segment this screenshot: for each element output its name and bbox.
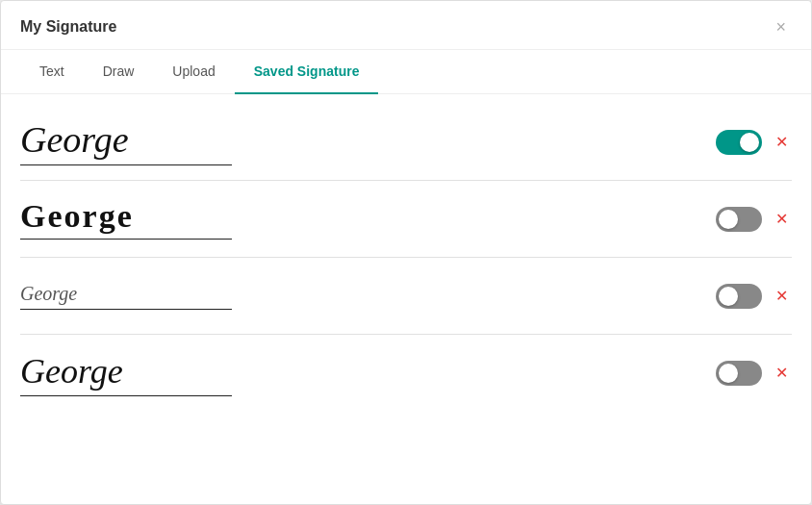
signature-underline	[20, 395, 232, 396]
signature-display: George	[20, 118, 716, 165]
toggle-thumb	[719, 287, 738, 306]
signature-delete-button[interactable]: ✕	[772, 210, 792, 229]
signature-delete-button[interactable]: ✕	[772, 364, 792, 383]
signature-display: George	[20, 198, 716, 240]
signature-underline	[20, 309, 232, 310]
modal-header: My Signature ×	[1, 1, 811, 50]
row-controls: ✕	[716, 207, 792, 232]
tab-draw[interactable]: Draw	[84, 50, 154, 94]
signature-text: George	[20, 283, 232, 305]
signature-wrap: George	[20, 283, 232, 310]
toggle-thumb	[740, 133, 759, 152]
signature-underline	[20, 164, 232, 165]
signature-display: George	[20, 351, 716, 396]
tab-text[interactable]: Text	[20, 50, 84, 94]
modal-title: My Signature	[20, 18, 116, 36]
signature-toggle[interactable]	[716, 284, 762, 309]
signature-wrap: George	[20, 351, 232, 396]
signature-row: George ✕	[20, 104, 792, 181]
toggle-track	[716, 207, 762, 232]
signature-underline	[20, 239, 232, 240]
signature-toggle[interactable]	[716, 361, 762, 386]
signature-delete-button[interactable]: ✕	[772, 133, 792, 152]
signature-text: George	[20, 351, 232, 391]
my-signature-modal: My Signature × Text Draw Upload Saved Si…	[0, 0, 812, 505]
saved-signatures-content: George ✕ George	[1, 94, 811, 504]
toggle-thumb	[719, 364, 738, 383]
row-controls: ✕	[716, 284, 792, 309]
signature-delete-button[interactable]: ✕	[772, 287, 792, 306]
signature-row: George ✕	[20, 181, 792, 258]
signature-wrap: George	[20, 198, 232, 240]
modal-close-button[interactable]: ×	[770, 16, 792, 38]
toggle-track	[716, 130, 762, 155]
row-controls: ✕	[716, 130, 792, 155]
signature-toggle[interactable]	[716, 207, 762, 232]
toggle-track	[716, 361, 762, 386]
tab-upload[interactable]: Upload	[153, 50, 234, 94]
tabs-container: Text Draw Upload Saved Signature	[1, 50, 811, 94]
toggle-track	[716, 284, 762, 309]
signature-text: George	[20, 198, 232, 235]
signature-toggle[interactable]	[716, 130, 762, 155]
signature-wrap: George	[20, 118, 232, 165]
toggle-thumb	[719, 210, 738, 229]
signature-display: George	[20, 283, 716, 310]
signature-row: George ✕	[20, 258, 792, 335]
signature-row: George ✕	[20, 335, 792, 412]
row-controls: ✕	[716, 361, 792, 386]
tab-saved-signature[interactable]: Saved Signature	[235, 50, 379, 94]
signature-text: George	[20, 118, 232, 161]
